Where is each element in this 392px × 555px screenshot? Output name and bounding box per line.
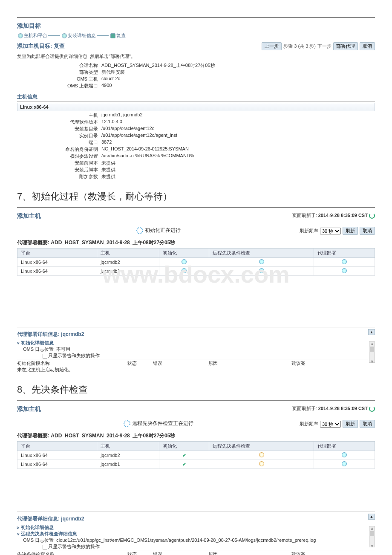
foot-msg: 未在此主机上启动初始化。 [17, 367, 375, 373]
status-text: 初始化正在进行 [145, 227, 181, 233]
warnings-only-checkbox-3[interactable] [43, 545, 47, 549]
refresh-rate-label: 刷新频率 [300, 228, 318, 234]
refresh-rate-select-3[interactable]: 30 秒 [320, 421, 341, 428]
detail-title-3: 代理部署详细信息: jqcrmdb2 [17, 515, 375, 523]
scrollbar-3[interactable]: ∧∨ [369, 526, 375, 547]
warnings-only-checkbox[interactable] [43, 354, 47, 358]
table-row[interactable]: Linux x86-64 jqcrmdb1 ✔ [17, 460, 375, 469]
deploy-agent-button[interactable]: 部署代理 [333, 42, 358, 50]
table-row[interactable]: Linux x86-64 jqcrmdb1 [17, 267, 375, 276]
review-desc: 复查为此部署会话提供的详细信息, 然后单击"部署代理"。 [17, 53, 375, 60]
step3-icon [110, 33, 115, 38]
detail-title: 代理部署详细信息: jqcrmdb2 [17, 331, 375, 338]
clock-icon [342, 259, 347, 264]
cancel-button[interactable]: 取消 [360, 42, 375, 50]
clock-icon [259, 268, 264, 273]
deploy-summary-table-3: 平台 主机 初始化 远程先决条件检查 代理部署 Linux x86-64 jqc… [17, 441, 375, 469]
page-refresh-3: 页面刷新于: 2014-9-28 8:35:09 CST [292, 405, 375, 412]
init-detail-collapse[interactable]: 初始化详细信息 [17, 524, 375, 531]
clock-icon [259, 259, 264, 264]
step3-label[interactable]: 复查 [116, 32, 126, 39]
step1-icon [18, 33, 23, 38]
refresh-rate-select[interactable]: 30 秒 [320, 228, 341, 234]
step2-icon [62, 33, 67, 38]
scroll-up-button-3[interactable]: ▲ [368, 514, 375, 520]
refresh-button[interactable]: 刷新 [343, 227, 358, 235]
wizard-toolbar: 上一步 步骤 3 (共 3 步) 下一步 部署代理 取消 [262, 42, 375, 50]
clock-icon [182, 268, 187, 273]
step-indicator: 步骤 3 (共 3 步) [283, 43, 316, 49]
add-target-title: 添加目标 [17, 22, 375, 30]
clock-icon [342, 268, 347, 273]
precheck-detail-expand[interactable]: 远程先决条件检查详细信息 [17, 531, 375, 537]
refresh-icon[interactable] [369, 406, 375, 412]
refresh-button-3[interactable]: 刷新 [343, 420, 358, 428]
step7-heading: 7、初始化过程（教漫长，耐心等待） [17, 190, 375, 203]
check-icon: ✔ [182, 462, 186, 467]
clock-icon [259, 452, 264, 457]
spinner-icon [136, 227, 143, 234]
next-button: 下一步 [317, 43, 331, 49]
scrollbar[interactable]: ∧∨ [369, 341, 375, 363]
cancel-button-3[interactable]: 取消 [360, 420, 375, 428]
clock-icon [182, 259, 187, 264]
clock-icon [342, 452, 347, 457]
kv-k: 会话名称 [47, 62, 98, 69]
spinner-icon [124, 420, 130, 427]
kv-v: ADD_HOST_SYSMAN_2014-9-28_上午08时27分05秒 [101, 62, 215, 69]
init-detail-expand[interactable]: 初始化详细信息 [17, 340, 375, 346]
page-refresh: 页面刷新于: 2014-9-28 8:35:09 CST [292, 212, 375, 219]
deploy-summary-table: 平台 主机 初始化 远程先决条件检查 代理部署 Linux x86-64 jqc… [17, 248, 375, 276]
platform-heading: Linux x86-64 [17, 103, 375, 111]
check-icon: ✔ [182, 453, 186, 458]
cancel-button-2[interactable]: 取消 [360, 227, 375, 235]
host-info-heading: 主机信息 [17, 93, 375, 102]
wizard-steps: 主机和平台 安装详细信息 复查 [17, 32, 375, 39]
step8-heading: 8、先决条件检查 [17, 383, 375, 396]
refresh-icon[interactable] [369, 213, 375, 219]
prev-button[interactable]: 上一步 [262, 42, 282, 50]
clock-icon [259, 461, 264, 466]
table-row[interactable]: Linux x86-64 jqcrmdb2 [17, 258, 375, 267]
table-row[interactable]: Linux x86-64 jqcrmdb2 ✔ [17, 451, 375, 460]
clock-icon [342, 461, 347, 466]
step1-label[interactable]: 主机和平台 [24, 32, 47, 39]
status-text-3: 远程先决条件检查正在进行 [132, 420, 193, 426]
step2-label[interactable]: 安装详细信息 [68, 32, 96, 39]
scroll-up-button[interactable]: ▲ [368, 329, 375, 335]
